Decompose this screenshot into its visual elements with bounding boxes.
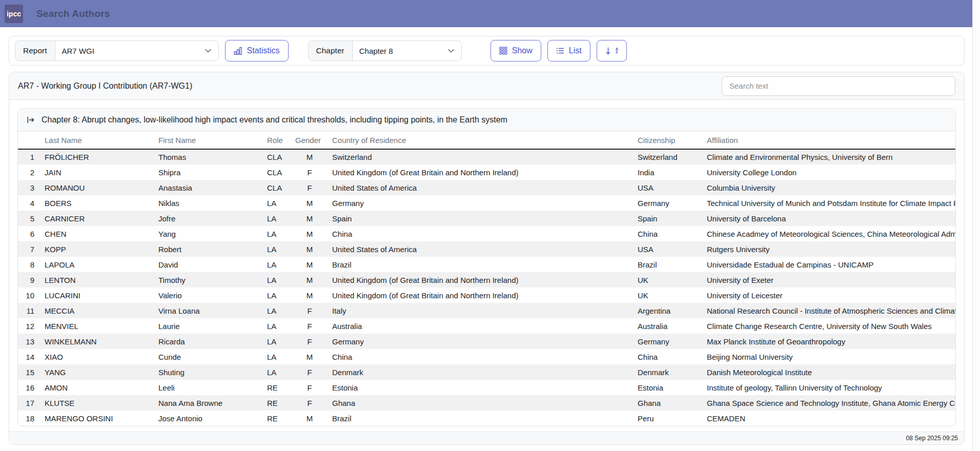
cell-country: Brazil bbox=[328, 257, 634, 272]
cell-last-name: WINKELMANN bbox=[40, 334, 154, 349]
app-title: Search Authors bbox=[36, 8, 110, 19]
cell-gender: M bbox=[291, 272, 328, 288]
cell-role: RE bbox=[263, 411, 291, 426]
main-content: Report AR7 WGI Statistics Chapter Chapte… bbox=[0, 27, 980, 445]
cell-last-name: LAPOLA bbox=[40, 257, 154, 272]
cell-citizenship: Switzerland bbox=[634, 149, 703, 165]
cell-gender: M bbox=[291, 349, 328, 364]
toolbar: Report AR7 WGI Statistics Chapter Chapte… bbox=[9, 36, 965, 66]
cell-country: Switzerland bbox=[328, 149, 634, 165]
cell-last-name: CARNICER bbox=[40, 211, 154, 226]
table-row[interactable]: 2JAINShipraCLAFUnited Kingdom (of Great … bbox=[18, 165, 955, 180]
cell-number: 2 bbox=[18, 165, 40, 180]
cell-first-name: Niklas bbox=[154, 195, 263, 211]
cell-citizenship: Spain bbox=[634, 211, 703, 226]
table-row[interactable]: 16AMONLeeliREFEstoniaEstoniaInstitute of… bbox=[18, 380, 955, 395]
cell-number: 7 bbox=[18, 241, 40, 257]
show-button-label: Show bbox=[512, 46, 533, 55]
col-role: Role bbox=[263, 131, 291, 149]
cell-last-name: LENTON bbox=[40, 272, 154, 288]
table-row[interactable]: 13WINKELMANNRicardaLAFGermanyGermanyMax … bbox=[18, 334, 955, 349]
table-row[interactable]: 8LAPOLADavidLAMBrazilBrazilUniversidade … bbox=[18, 257, 955, 272]
arrow-bar-right-icon bbox=[27, 116, 35, 124]
cell-role: CLA bbox=[263, 149, 291, 165]
table-row[interactable]: 5CARNICERJofreLAMSpainSpainUniversity of… bbox=[18, 211, 955, 226]
table-row[interactable]: 9LENTONTimothyLAMUnited Kingdom (of Grea… bbox=[18, 272, 955, 288]
cell-first-name: Shuting bbox=[154, 364, 263, 380]
report-title: AR7 - Working Group I Contribution (AR7-… bbox=[18, 81, 192, 91]
cell-role: LA bbox=[263, 226, 291, 241]
report-group: Report AR7 WGI bbox=[15, 40, 219, 61]
cell-citizenship: Germany bbox=[634, 334, 703, 349]
cell-gender: F bbox=[291, 364, 328, 380]
vertical-scrollbar[interactable] bbox=[972, 0, 980, 451]
cell-citizenship: Germany bbox=[634, 195, 703, 211]
cell-role: RE bbox=[263, 395, 291, 411]
chevron-down-icon bbox=[447, 47, 455, 54]
cell-country: China bbox=[328, 226, 634, 241]
cell-citizenship: China bbox=[634, 226, 703, 241]
cell-gender: F bbox=[291, 380, 328, 395]
table-body: 1FRÖLICHERThomasCLAMSwitzerlandSwitzerla… bbox=[18, 149, 955, 426]
cell-role: LA bbox=[263, 195, 291, 211]
cell-first-name: Virna Loana bbox=[154, 303, 263, 318]
cell-gender: F bbox=[291, 180, 328, 195]
cell-last-name: XIAO bbox=[40, 349, 154, 364]
cell-last-name: KOPP bbox=[40, 241, 154, 257]
cell-role: LA bbox=[263, 272, 291, 288]
cell-citizenship: USA bbox=[634, 241, 703, 257]
cell-number: 10 bbox=[18, 288, 40, 303]
table-row[interactable]: 17KLUTSENana Ama BrowneREFGhanaGhanaGhan… bbox=[18, 395, 955, 411]
table-row[interactable]: 4BOERSNiklasLAMGermanyGermanyTechnical U… bbox=[18, 195, 955, 211]
cell-first-name: Leeli bbox=[154, 380, 263, 395]
bar-chart-icon bbox=[234, 47, 242, 55]
chapter-heading-bar: Chapter 8: Abrupt changes, low-likelihoo… bbox=[18, 109, 955, 131]
cell-country: United Kingdom (of Great Britain and Nor… bbox=[328, 272, 634, 288]
cell-affiliation: National Research Council - Institute of… bbox=[703, 303, 955, 318]
table-row[interactable]: 1FRÖLICHERThomasCLAMSwitzerlandSwitzerla… bbox=[18, 149, 955, 165]
report-select-value: AR7 WGI bbox=[62, 47, 94, 55]
table-row[interactable]: 14XIAOCundeLAMChinaChinaBeijing Normal U… bbox=[18, 349, 955, 364]
chapter-select[interactable]: Chapter 8 bbox=[353, 41, 461, 60]
table-row[interactable]: 10LUCARINIValerioLAMUnited Kingdom (of G… bbox=[18, 288, 955, 303]
table-row[interactable]: 12MENVIELLaurieLAFAustraliaAustraliaClim… bbox=[18, 318, 955, 334]
show-button[interactable]: Show bbox=[491, 40, 541, 61]
list-button[interactable]: List bbox=[547, 40, 590, 61]
cell-role: RE bbox=[263, 380, 291, 395]
cell-number: 12 bbox=[18, 318, 40, 334]
report-select[interactable]: AR7 WGI bbox=[55, 41, 218, 60]
cell-citizenship: China bbox=[634, 349, 703, 364]
cell-last-name: CHEN bbox=[40, 226, 154, 241]
cell-affiliation: Danish Meteorological Institute bbox=[703, 364, 955, 380]
cell-citizenship: Argentina bbox=[634, 303, 703, 318]
grid-icon bbox=[499, 47, 507, 55]
cell-number: 15 bbox=[18, 364, 40, 380]
cell-role: LA bbox=[263, 364, 291, 380]
table-row[interactable]: 11MECCIAVirna LoanaLAFItalyArgentinaNati… bbox=[18, 303, 955, 318]
table-row[interactable]: 15YANGShutingLAFDenmarkDenmarkDanish Met… bbox=[18, 364, 955, 380]
table-row[interactable]: 3ROMANOUAnastasiaCLAFUnited States of Am… bbox=[18, 180, 955, 195]
cell-gender: M bbox=[291, 195, 328, 211]
statistics-button-label: Statistics bbox=[247, 46, 280, 55]
cell-first-name: Cunde bbox=[154, 349, 263, 364]
cell-number: 4 bbox=[18, 195, 40, 211]
cell-gender: F bbox=[291, 395, 328, 411]
statistics-button[interactable]: Statistics bbox=[225, 40, 289, 61]
cell-number: 5 bbox=[18, 211, 40, 226]
sort-button[interactable]: AZ bbox=[597, 40, 627, 61]
chapter-group: Chapter Chapter 8 bbox=[308, 40, 462, 61]
cell-citizenship: UK bbox=[634, 272, 703, 288]
cell-citizenship: India bbox=[634, 165, 703, 180]
cell-gender: M bbox=[291, 211, 328, 226]
table-row[interactable]: 7KOPPRobertLAMUnited States of AmericaUS… bbox=[18, 241, 955, 257]
col-gender: Gender bbox=[291, 131, 328, 149]
table-row[interactable]: 6CHENYangLAMChinaChinaChinese Acadmey of… bbox=[18, 226, 955, 241]
cell-affiliation: CEMADEN bbox=[703, 411, 955, 426]
cell-last-name: LUCARINI bbox=[40, 288, 154, 303]
table-row[interactable]: 18MARENGO ORSINIJose AntonioREMBrazilPer… bbox=[18, 411, 955, 426]
cell-gender: F bbox=[291, 334, 328, 349]
col-affiliation: Affiliation bbox=[703, 131, 955, 149]
cell-first-name: David bbox=[154, 257, 263, 272]
search-input[interactable] bbox=[722, 76, 955, 96]
cell-gender: F bbox=[291, 303, 328, 318]
